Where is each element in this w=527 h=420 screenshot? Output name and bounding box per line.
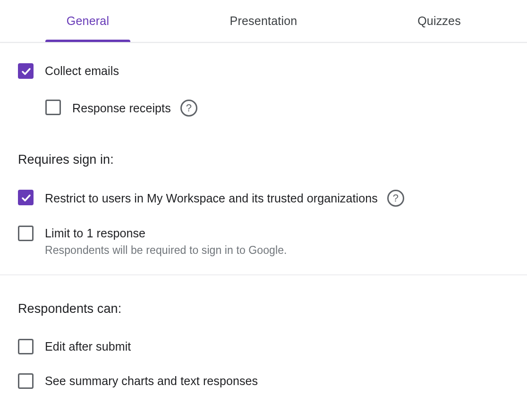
tab-quizzes[interactable]: Quizzes bbox=[351, 0, 527, 42]
tab-presentation[interactable]: Presentation bbox=[176, 0, 351, 42]
label-limit-response: Limit to 1 response bbox=[45, 226, 287, 241]
checkbox-response-receipts[interactable] bbox=[45, 100, 61, 115]
help-icon[interactable]: ? bbox=[180, 100, 197, 117]
checkbox-collect-emails[interactable] bbox=[18, 63, 34, 79]
section-requires-sign-in: Requires sign in: bbox=[18, 152, 509, 167]
sublabel-limit-response: Respondents will be required to sign in … bbox=[45, 244, 287, 257]
section-respondents-can: Respondents can: bbox=[18, 302, 509, 316]
help-icon[interactable]: ? bbox=[387, 190, 404, 207]
label-see-summary: See summary charts and text responses bbox=[45, 373, 258, 389]
settings-content: Collect emails Response receipts ? Requi… bbox=[0, 42, 527, 389]
tab-general[interactable]: General bbox=[0, 0, 176, 42]
divider bbox=[0, 275, 527, 275]
checkbox-edit-after-submit[interactable] bbox=[18, 339, 34, 354]
label-restrict-users: Restrict to users in My Workspace and it… bbox=[45, 191, 378, 206]
settings-tabs: General Presentation Quizzes bbox=[0, 0, 527, 42]
label-collect-emails: Collect emails bbox=[45, 63, 119, 79]
label-edit-after-submit: Edit after submit bbox=[45, 339, 131, 354]
checkbox-see-summary[interactable] bbox=[18, 373, 34, 389]
label-response-receipts: Response receipts bbox=[72, 101, 171, 116]
checkbox-limit-response[interactable] bbox=[18, 226, 34, 241]
checkbox-restrict-users[interactable] bbox=[18, 190, 34, 205]
